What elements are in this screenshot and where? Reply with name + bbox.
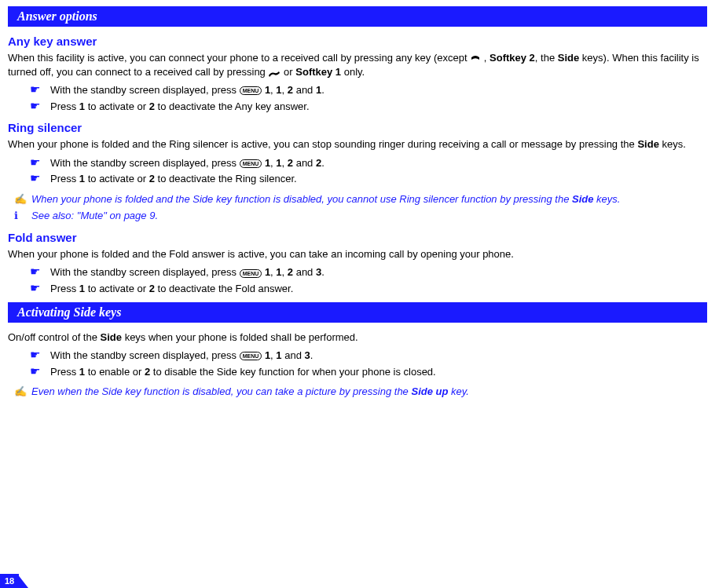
text: Even when the Side key function is disab… — [31, 385, 411, 397]
and: and — [293, 157, 316, 169]
step-any-key-2: ☛ Press 1 to activate or 2 to deactivate… — [30, 100, 707, 114]
dot: . — [321, 157, 324, 169]
dot: . — [310, 349, 314, 361]
text: When your phone is folded and the Side k… — [31, 193, 572, 205]
para-fold-intro: When your phone is folded and the Fold a… — [8, 247, 707, 261]
section-title-side-keys: Activating Side keys — [8, 302, 707, 323]
hand-note-icon: ✍ — [14, 192, 27, 206]
text: keys. — [593, 193, 620, 205]
text-side: Side — [558, 52, 579, 64]
text-side: Side — [101, 331, 122, 343]
para-sidekeys-intro: On/off control of the Side keys when you… — [8, 331, 707, 345]
text: With the standby screen displayed, press — [50, 157, 240, 169]
step-any-key-1: ☛ With the standby screen displayed, pre… — [30, 83, 707, 97]
text: to deactivate the Any key answer. — [155, 100, 310, 112]
step-ring-2: ☛ Press 1 to activate or 2 to deactivate… — [30, 172, 707, 186]
text: With the standby screen displayed, press — [50, 84, 240, 96]
text: only. — [341, 66, 365, 78]
text: keys when your phone is folded shall be … — [122, 331, 358, 343]
text-softkey1: Softkey 1 — [295, 66, 341, 78]
step-fold-1: ☛ With the standby screen displayed, pre… — [30, 265, 707, 279]
para-ring-intro: When your phone is folded and the Ring s… — [8, 137, 707, 152]
step-fold-2: ☛ Press 1 to activate or 2 to deactivate… — [30, 282, 707, 296]
text: to activate or — [85, 173, 149, 184]
text: , — [481, 52, 490, 64]
pointer-icon: ☛ — [30, 100, 40, 111]
menu-icon: MENU — [240, 86, 262, 95]
note-ring-2: ℹ See also: "Mute" on page 9. — [14, 209, 707, 223]
text: to enable or — [85, 366, 145, 378]
text: See also: "Mute" on page 9. — [31, 210, 158, 221]
text: On/off control of the — [8, 331, 101, 343]
menu-icon: MENU — [240, 159, 262, 168]
section-title-answer-options: Answer options — [8, 6, 707, 27]
key-1b: 1 — [276, 84, 281, 96]
pointer-icon: ☛ — [30, 156, 40, 168]
key: 2 — [288, 266, 293, 278]
key-2: 2 — [149, 100, 155, 112]
info-note-icon: ℹ — [14, 209, 18, 223]
text: , the — [535, 52, 558, 64]
heading-any-key-answer: Any key answer — [8, 35, 707, 48]
pointer-icon: ☛ — [30, 349, 40, 360]
pointer-icon: ☛ — [30, 365, 40, 377]
key: 1 — [276, 157, 281, 169]
step-sidekeys-1: ☛ With the standby screen displayed, pre… — [30, 349, 707, 363]
key: 1 — [79, 366, 85, 378]
end-call-icon — [470, 54, 481, 64]
text: to deactivate the Ring silencer. — [155, 173, 297, 184]
sep: , — [282, 84, 288, 96]
pointer-icon: ☛ — [30, 282, 40, 294]
note-sidekeys: ✍ Even when the Side key function is dis… — [14, 385, 707, 399]
text: to disable the Side key function for whe… — [150, 366, 436, 378]
text: Press — [50, 173, 79, 184]
text: With the standby screen displayed, press — [50, 349, 240, 361]
key: 1 — [276, 266, 281, 278]
and: and — [282, 349, 305, 361]
and: and — [293, 84, 316, 96]
pointer-icon: ☛ — [30, 172, 40, 184]
text: With the standby screen displayed, press — [50, 266, 240, 278]
sep: , — [282, 266, 288, 278]
text: to activate or — [85, 100, 149, 112]
text: keys. — [659, 138, 686, 150]
key: 1 — [79, 173, 85, 184]
text: key. — [448, 385, 469, 397]
text: When this facility is active, you can co… — [8, 52, 470, 64]
key-1: 1 — [79, 100, 85, 112]
key: 1 — [276, 349, 281, 361]
key: 2 — [149, 173, 155, 184]
para-any-key-intro: When this facility is active, you can co… — [8, 51, 707, 79]
hand-note-icon: ✍ — [14, 385, 27, 399]
text-side: Side — [572, 193, 593, 205]
key: 2 — [149, 283, 155, 294]
key: 2 — [288, 157, 293, 169]
key: 1 — [79, 283, 85, 294]
text: Press — [50, 283, 79, 294]
text: to activate or — [85, 283, 149, 294]
text: When your phone is folded and the Ring s… — [8, 138, 637, 150]
text: or — [280, 66, 295, 78]
text-side: Side — [637, 138, 658, 150]
key-2: 2 — [288, 84, 293, 96]
dot: . — [321, 84, 324, 96]
text: to deactivate the Fold answer. — [155, 283, 293, 294]
dot: . — [321, 266, 324, 278]
heading-ring-silencer: Ring silencer — [8, 121, 707, 134]
sep: , — [282, 157, 288, 169]
text: Press — [50, 100, 79, 112]
step-ring-1: ☛ With the standby screen displayed, pre… — [30, 156, 707, 170]
heading-fold-answer: Fold answer — [8, 231, 707, 244]
call-icon — [268, 68, 280, 76]
menu-icon: MENU — [240, 269, 262, 278]
text-softkey2: Softkey 2 — [490, 52, 535, 64]
step-sidekeys-2: ☛ Press 1 to enable or 2 to disable the … — [30, 365, 707, 379]
and: and — [293, 266, 316, 278]
pointer-icon: ☛ — [30, 83, 40, 95]
text: Press — [50, 366, 79, 378]
text-sideup: Side up — [411, 385, 448, 397]
menu-icon: MENU — [240, 352, 262, 360]
key: 3 — [305, 349, 310, 361]
note-ring-1: ✍ When your phone is folded and the Side… — [14, 192, 707, 206]
pointer-icon: ☛ — [30, 265, 40, 277]
